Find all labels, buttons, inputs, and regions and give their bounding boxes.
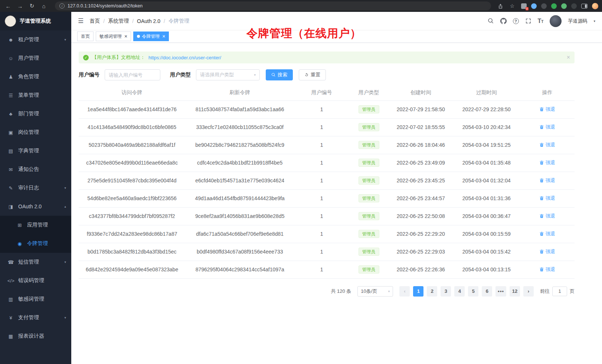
prev-page-button[interactable]: ‹ [399,286,410,297]
extension-green-icon[interactable] [551,3,557,9]
force-logout-button[interactable]: 强退 [539,142,555,148]
cell-access-token: 54d6be82ee5a460a9aedc1f9bf223656 [79,189,185,207]
browser-profile-avatar[interactable] [592,3,598,9]
cell-expire-time: 2054-03-04 01:31:36 [453,189,520,207]
browser-reload-icon[interactable]: ↻ [27,1,36,10]
page-button[interactable]: 3 [441,286,451,297]
sidebar-item[interactable]: ▦报表设计器 [0,327,71,345]
user-id-input[interactable] [105,69,160,80]
page-button[interactable]: 4 [454,286,465,297]
browser-home-icon[interactable]: ⌂ [39,1,48,10]
sidebar-item[interactable]: ♟角色管理 [0,67,71,86]
doc-link[interactable]: https://doc.iocoder.cn/user-center/ [148,55,221,60]
side-panel-icon[interactable] [581,4,588,9]
force-logout-label: 强退 [546,177,555,184]
sidebar-item[interactable]: ▣岗位管理 [0,123,71,142]
app-logo[interactable]: 芋道管理系统 [0,12,71,30]
cell-user-id: 1 [294,243,349,261]
cell-refresh-token: 49d1aa46d1454fbd87591444423be9fa [185,189,294,207]
force-logout-button[interactable]: 强退 [539,213,555,219]
user-type-select[interactable]: 请选择用户类型 ▾ [196,69,260,80]
force-logout-button[interactable]: 强退 [539,106,555,113]
sidebar-item[interactable]: ◨OAuth 2.0▴ [0,197,71,216]
sidebar-item[interactable]: ✎审计日志▾ [0,179,71,197]
menu-icon: ☰ [7,93,14,98]
sidebar-item[interactable]: ☻租户管理▾ [0,30,71,49]
page-size-select[interactable]: 10条/页 ▾ [357,286,393,297]
extension-blue-icon[interactable] [531,3,537,9]
sidebar-item[interactable]: ▤字典管理 [0,142,71,160]
notice-icon: ✉ [7,167,14,172]
help-icon[interactable]: ? [513,18,519,24]
page-button[interactable]: 12 [510,286,520,297]
sidebar-item[interactable]: ☺用户管理 [0,49,71,67]
sidebar-subitem[interactable]: ◉令牌管理 [0,234,71,253]
breadcrumb-item[interactable]: 首页 [89,18,100,24]
force-logout-button[interactable]: 强退 [539,248,555,255]
main-area: ☰ 首页/系统管理/OAuth 2.0/令牌管理 ? TT 芋道源码 ▾ 首页敏… [71,12,602,364]
browser-back-icon[interactable]: ← [4,1,13,10]
next-page-button[interactable]: › [523,286,534,297]
github-icon[interactable] [500,18,507,24]
cell-user-type: 管理员 [349,243,389,261]
sidebar-item[interactable]: ✉通知公告 [0,160,71,179]
force-logout-label: 强退 [546,213,555,219]
sidebar-subitem[interactable]: ⊞应用管理 [0,216,71,234]
page-button[interactable]: 6 [482,286,492,297]
cell-user-id: 1 [294,189,349,207]
page-button[interactable]: 5 [468,286,478,297]
force-logout-button[interactable]: 强退 [539,124,555,130]
tab-close-icon[interactable]: × [124,34,127,39]
reset-button[interactable]: 重置 [299,69,326,80]
sidebar-item[interactable]: ♣部门管理 [0,105,71,123]
browser-forward-icon[interactable]: → [16,1,24,10]
search-button-label: 搜索 [278,72,287,78]
extensions-menu-icon[interactable] [571,3,577,9]
address-bar[interactable]: i 127.0.0.1:1024/system/oauth2/token [55,1,491,10]
page-button[interactable]: 2 [427,286,437,297]
sidebar-item[interactable]: ☎短信管理▾ [0,253,71,271]
force-logout-button[interactable]: 强退 [539,266,555,273]
page-button[interactable]: 1 [413,286,423,297]
logo-image [5,16,16,27]
tab-item[interactable]: 敏感词管理× [96,32,131,41]
breadcrumb-item[interactable]: OAuth 2.0 [137,18,160,24]
breadcrumb-item[interactable]: 系统管理 [108,18,129,24]
tab-close-icon[interactable]: × [162,34,165,39]
sidebar-item[interactable]: ¥支付管理▾ [0,308,71,327]
tab-item[interactable]: 令牌管理× [133,32,169,41]
extension-dark-icon[interactable] [541,3,547,9]
delete-icon [539,231,544,236]
sidebar-item[interactable]: </>错误码管理 [0,271,71,290]
chevron-down-icon[interactable]: ▾ [593,19,595,23]
sidebar-toggle-icon[interactable]: ☰ [78,17,84,25]
table-row: f9336e7c7dd242a283ee98dc86b17a87dfa6c71a… [79,225,575,243]
sidebar-item[interactable]: ☰菜单管理 [0,86,71,105]
user-name[interactable]: 芋道源码 [568,18,587,24]
extension-badged-icon[interactable]: 0 [521,3,527,9]
share-icon[interactable] [498,3,503,9]
search-button[interactable]: 搜索 [266,69,293,80]
sidebar-item[interactable]: ▥敏感词管理 [0,290,71,308]
search-form: 用户编号 用户类型 请选择用户类型 ▾ 搜索 重置 [79,69,575,80]
cell-actions: 强退 [520,261,575,278]
font-size-icon[interactable]: TT [538,18,544,24]
goto-page-input[interactable] [552,287,567,296]
column-header: 用户编号 [294,85,349,100]
extension-puzzle-icon[interactable] [561,3,567,9]
tab-item[interactable]: 首页 [77,32,94,41]
fullscreen-icon[interactable] [525,18,531,24]
bookmark-star-icon[interactable]: ☆ [508,1,517,10]
table-row: b0d1785bc3a8482f812db4a3f3bd15ecb0df4980… [79,243,575,261]
force-logout-label: 强退 [546,159,555,166]
user-avatar[interactable] [550,15,562,27]
force-logout-button[interactable]: 强退 [539,195,555,202]
force-logout-button[interactable]: 强退 [539,231,555,237]
force-logout-button[interactable]: 强退 [539,177,555,184]
goto-page: 前往 页 [540,287,575,296]
force-logout-button[interactable]: 强退 [539,159,555,166]
alert-close-icon[interactable]: × [567,54,570,61]
user-type-badge: 管理员 [359,265,379,274]
search-icon[interactable] [488,18,494,24]
site-info-icon[interactable]: i [59,3,65,9]
